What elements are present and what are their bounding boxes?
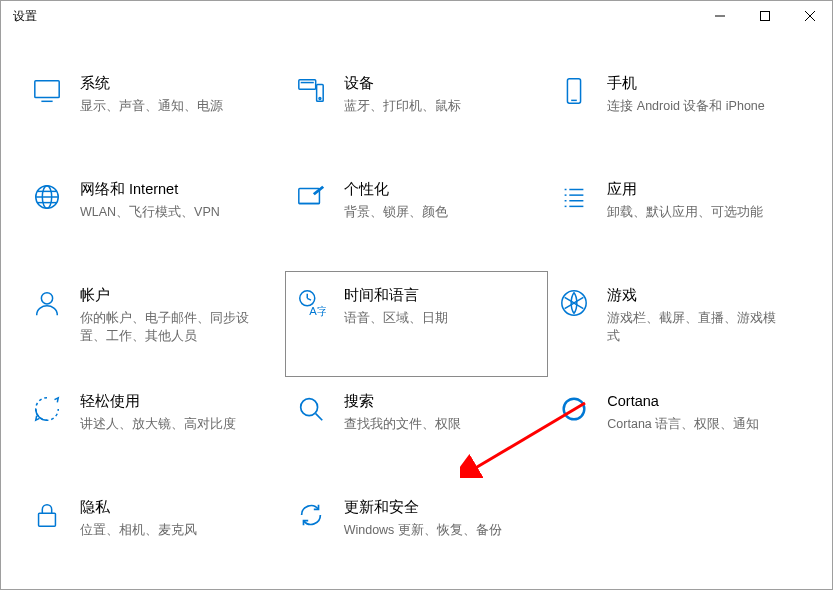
tile-desc: 游戏栏、截屏、直播、游戏模式: [607, 309, 785, 345]
network-icon: [30, 180, 64, 214]
ease-of-access-icon: [30, 392, 64, 426]
tile-desc: 讲述人、放大镜、高对比度: [80, 415, 236, 433]
tile-title: 设备: [344, 74, 461, 94]
tile-time-language[interactable]: A字 时间和语言 语音、区域、日期: [285, 271, 549, 377]
tile-desc: 背景、锁屏、颜色: [344, 203, 448, 221]
svg-line-34: [315, 414, 322, 421]
window-controls: [697, 1, 832, 31]
tile-title: 更新和安全: [344, 498, 502, 518]
svg-point-33: [300, 399, 317, 416]
tile-desc: 卸载、默认应用、可选功能: [607, 203, 763, 221]
accounts-icon: [30, 286, 64, 320]
svg-line-30: [307, 298, 311, 300]
svg-text:A字: A字: [309, 305, 326, 317]
personalization-icon: [294, 180, 328, 214]
svg-rect-1: [760, 12, 769, 21]
settings-window: 设置 系统 显示、声音、通知、电源: [0, 0, 833, 590]
tile-network[interactable]: 网络和 Internet WLAN、飞行模式、VPN: [21, 165, 285, 271]
tile-desc: 显示、声音、通知、电源: [80, 97, 223, 115]
svg-rect-4: [35, 81, 59, 98]
tile-title: 网络和 Internet: [80, 180, 220, 200]
tile-title: 个性化: [344, 180, 448, 200]
tile-desc: Windows 更新、恢复、备份: [344, 521, 502, 539]
apps-icon: [557, 180, 591, 214]
tile-update-security[interactable]: 更新和安全 Windows 更新、恢复、备份: [285, 483, 549, 589]
tile-title: 隐私: [80, 498, 197, 518]
tile-accounts[interactable]: 帐户 你的帐户、电子邮件、同步设置、工作、其他人员: [21, 271, 285, 377]
tile-desc: 连接 Android 设备和 iPhone: [607, 97, 764, 115]
close-button[interactable]: [787, 1, 832, 31]
update-icon: [294, 498, 328, 532]
tile-title: 应用: [607, 180, 763, 200]
tile-privacy[interactable]: 隐私 位置、相机、麦克风: [21, 483, 285, 589]
window-title: 设置: [1, 8, 697, 25]
time-language-icon: A字: [294, 286, 328, 320]
titlebar: 设置: [1, 1, 832, 31]
search-icon: [294, 392, 328, 426]
svg-rect-6: [298, 80, 315, 89]
minimize-button[interactable]: [697, 1, 742, 31]
privacy-icon: [30, 498, 64, 532]
cortana-icon: [557, 392, 591, 426]
tile-title: Cortana: [607, 392, 759, 412]
tile-title: 帐户: [80, 286, 258, 306]
tile-cortana[interactable]: Cortana Cortana 语言、权限、通知: [548, 377, 812, 483]
tile-title: 搜索: [344, 392, 461, 412]
tile-title: 游戏: [607, 286, 785, 306]
svg-rect-10: [568, 79, 581, 103]
gaming-icon: [557, 286, 591, 320]
tile-desc: 查找我的文件、权限: [344, 415, 461, 433]
tile-desc: 你的帐户、电子邮件、同步设置、工作、其他人员: [80, 309, 258, 345]
tile-desc: WLAN、飞行模式、VPN: [80, 203, 220, 221]
tile-desc: 语音、区域、日期: [344, 309, 448, 327]
svg-point-27: [41, 293, 52, 304]
phone-icon: [557, 74, 591, 108]
maximize-button[interactable]: [742, 1, 787, 31]
tile-title: 时间和语言: [344, 286, 448, 306]
tile-search[interactable]: 搜索 查找我的文件、权限: [285, 377, 549, 483]
tile-title: 手机: [607, 74, 764, 94]
tile-title: 系统: [80, 74, 223, 94]
tile-phone[interactable]: 手机 连接 Android 设备和 iPhone: [548, 59, 812, 165]
tile-devices[interactable]: 设备 蓝牙、打印机、鼠标: [285, 59, 549, 165]
system-icon: [30, 74, 64, 108]
tile-apps[interactable]: 应用 卸载、默认应用、可选功能: [548, 165, 812, 271]
tile-gaming[interactable]: 游戏 游戏栏、截屏、直播、游戏模式: [548, 271, 812, 377]
svg-rect-36: [39, 513, 56, 526]
tile-personalization[interactable]: 个性化 背景、锁屏、颜色: [285, 165, 549, 271]
svg-point-35: [564, 399, 585, 420]
tile-desc: Cortana 语言、权限、通知: [607, 415, 759, 433]
tile-desc: 蓝牙、打印机、鼠标: [344, 97, 461, 115]
tile-system[interactable]: 系统 显示、声音、通知、电源: [21, 59, 285, 165]
svg-point-9: [319, 98, 321, 100]
tile-ease-of-access[interactable]: 轻松使用 讲述人、放大镜、高对比度: [21, 377, 285, 483]
tile-title: 轻松使用: [80, 392, 236, 412]
tile-desc: 位置、相机、麦克风: [80, 521, 197, 539]
tiles-grid: 系统 显示、声音、通知、电源 设备 蓝牙、打印机、鼠标 手机 连接 Androi…: [1, 31, 832, 589]
devices-icon: [294, 74, 328, 108]
